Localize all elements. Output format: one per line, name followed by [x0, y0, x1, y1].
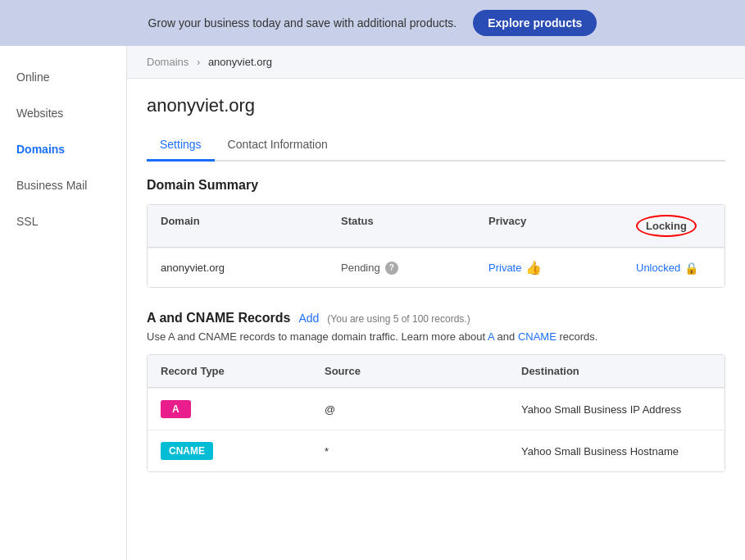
record-row-cname: CNAME * Yahoo Small Business Hostname: [148, 430, 725, 471]
record-row-a: A @ Yahoo Small Business IP Address: [148, 388, 725, 430]
check-icon: 👍: [525, 260, 542, 275]
sidebar-item-ssl[interactable]: SSL: [0, 207, 126, 236]
col-destination: Destination: [508, 355, 725, 387]
record-source-a: @: [311, 392, 508, 427]
a-record-link[interactable]: A: [488, 330, 494, 343]
col-status: Status: [328, 205, 475, 247]
status-value: Pending ?: [328, 250, 475, 286]
breadcrumb-parent[interactable]: Domains: [147, 56, 189, 68]
tab-settings[interactable]: Settings: [147, 130, 215, 162]
col-domain: Domain: [148, 205, 328, 247]
top-banner: Grow your business today and save with a…: [0, 0, 745, 46]
col-record-type: Record Type: [148, 355, 311, 387]
record-destination-cname: Yahoo Small Business Hostname: [508, 434, 725, 469]
page-body: anonyviet.org Settings Contact Informati…: [127, 79, 745, 512]
table-row: anonyviet.org Pending ? Private 👍: [148, 248, 725, 287]
main-layout: Online Websites Domains Business Mail SS…: [0, 46, 745, 560]
records-description: Use A and CNAME records to manage domain…: [147, 330, 725, 343]
status-pending: Pending ?: [341, 262, 462, 275]
domain-value: anonyviet.org: [148, 250, 328, 285]
domain-summary-title: Domain Summary: [147, 178, 725, 193]
records-table: Record Type Source Destination A @ Yahoo…: [147, 354, 725, 472]
privacy-value: Private 👍: [475, 248, 623, 287]
locking-label: Locking: [636, 215, 697, 237]
tabs: Settings Contact Information: [147, 130, 725, 162]
main-content: Domains › anonyviet.org anonyviet.org Se…: [127, 46, 745, 560]
table-header: Domain Status Privacy Locking: [148, 205, 725, 248]
record-type-a: A: [148, 389, 311, 430]
locking-value: Unlocked 🔒: [623, 250, 725, 286]
domain-summary-table: Domain Status Privacy Locking anonyviet.…: [147, 204, 725, 288]
status-info-icon[interactable]: ?: [385, 262, 398, 275]
records-header: Record Type Source Destination: [148, 355, 725, 388]
cname-record-link[interactable]: CNAME: [518, 330, 556, 343]
records-section-header: A and CNAME Records Add (You are using 5…: [147, 311, 725, 326]
col-locking: Locking: [623, 205, 725, 247]
badge-a: A: [161, 400, 191, 418]
breadcrumb: Domains › anonyviet.org: [127, 46, 745, 79]
record-destination-a: Yahoo Small Business IP Address: [508, 392, 725, 427]
records-note: (You are using 5 of 100 records.): [327, 313, 470, 325]
sidebar-item-websites[interactable]: Websites: [0, 98, 126, 128]
sidebar-item-domains[interactable]: Domains: [0, 134, 126, 164]
explore-products-button[interactable]: Explore products: [473, 10, 597, 36]
sidebar: Online Websites Domains Business Mail SS…: [0, 46, 127, 560]
col-source: Source: [311, 355, 508, 387]
breadcrumb-separator: ›: [197, 56, 200, 68]
col-privacy: Privacy: [475, 205, 623, 247]
sidebar-item-online[interactable]: Online: [0, 62, 126, 92]
tab-contact-information[interactable]: Contact Information: [215, 130, 341, 162]
sidebar-item-business-mail[interactable]: Business Mail: [0, 171, 126, 200]
lock-icon: 🔒: [684, 262, 698, 275]
page-title: anonyviet.org: [147, 95, 725, 116]
record-type-cname: CNAME: [148, 430, 311, 471]
breadcrumb-current: anonyviet.org: [208, 56, 272, 68]
locking-link[interactable]: Unlocked 🔒: [636, 262, 725, 275]
add-record-link[interactable]: Add: [298, 312, 319, 325]
records-title: A and CNAME Records: [147, 311, 290, 326]
banner-text: Grow your business today and save with a…: [148, 16, 457, 30]
privacy-link[interactable]: Private 👍: [488, 260, 610, 275]
badge-cname: CNAME: [161, 442, 213, 460]
record-source-cname: *: [311, 434, 508, 469]
